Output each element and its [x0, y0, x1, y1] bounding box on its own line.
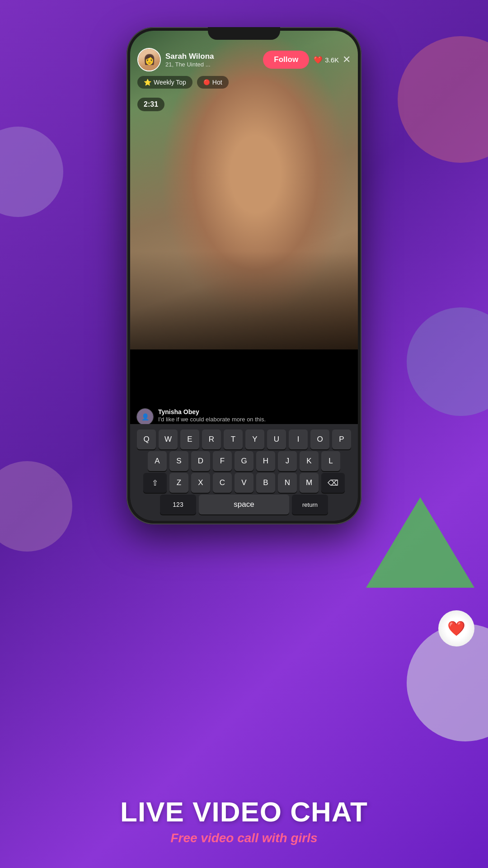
- key-w[interactable]: W: [159, 429, 178, 449]
- promo-section: LIVE VIDEO CHAT Free video call with gir…: [0, 714, 488, 868]
- hot-tag: 🔴 Hot: [197, 76, 229, 89]
- streamer-name: Sarah Wilona: [165, 52, 258, 61]
- key-shift[interactable]: ⇧: [143, 473, 167, 493]
- key-return[interactable]: return: [292, 495, 328, 514]
- key-v[interactable]: V: [235, 473, 253, 493]
- message-row: 👤 Tynisha Obey I'd like if we could elab…: [136, 408, 352, 425]
- likes-badge: ❤️ 3.6K: [314, 56, 339, 64]
- key-e[interactable]: E: [180, 429, 199, 449]
- phone-notch: [208, 27, 280, 40]
- msg-text-1: I'd like if we could elaborate more on t…: [158, 415, 266, 424]
- close-button[interactable]: ✕: [343, 54, 351, 66]
- phone-screen: 👩 Sarah Wilona 21, The Uinted ... Follow…: [130, 31, 358, 521]
- key-s[interactable]: S: [169, 451, 188, 471]
- top-bar: 👩 Sarah Wilona 21, The Uinted ... Follow…: [130, 43, 358, 76]
- key-q[interactable]: Q: [137, 429, 156, 449]
- key-z[interactable]: Z: [169, 473, 188, 493]
- bg-triangle: [366, 497, 474, 588]
- hot-icon: 🔴: [203, 79, 210, 85]
- streamer-avatar[interactable]: 👩: [137, 48, 161, 71]
- key-l[interactable]: L: [321, 451, 340, 471]
- key-i[interactable]: I: [289, 429, 308, 449]
- key-backspace[interactable]: ⌫: [321, 473, 345, 493]
- bg-decoration-3: [407, 307, 488, 416]
- key-x[interactable]: X: [191, 473, 210, 493]
- key-j[interactable]: J: [278, 451, 297, 471]
- key-n[interactable]: N: [278, 473, 297, 493]
- keyboard-row-4: 123 space return: [130, 495, 358, 514]
- promo-subtitle: Free video call with girls: [170, 831, 317, 845]
- weekly-top-label: Weekly Top: [154, 79, 186, 86]
- key-h[interactable]: H: [256, 451, 275, 471]
- key-r[interactable]: R: [202, 429, 221, 449]
- tags-row: ⭐ Weekly Top 🔴 Hot: [137, 76, 229, 89]
- heart-icon: ❤️: [314, 56, 323, 64]
- hot-label: Hot: [212, 79, 222, 86]
- key-f[interactable]: F: [213, 451, 232, 471]
- key-t[interactable]: T: [224, 429, 243, 449]
- key-g[interactable]: G: [235, 451, 253, 471]
- promo-title: LIVE VIDEO CHAT: [120, 797, 368, 827]
- star-icon: ⭐: [144, 79, 151, 86]
- bg-decoration-2: [398, 36, 488, 163]
- key-space[interactable]: space: [199, 495, 289, 514]
- key-d[interactable]: D: [191, 451, 210, 471]
- streamer-age: 21, The Uinted ...: [165, 61, 258, 68]
- keyboard-row-1: Q W E R T Y U I O P: [130, 429, 358, 449]
- user-info: Sarah Wilona 21, The Uinted ...: [165, 52, 258, 68]
- key-c[interactable]: C: [213, 473, 232, 493]
- key-m[interactable]: M: [300, 473, 319, 493]
- heart-button[interactable]: ❤️: [438, 610, 474, 646]
- key-numbers[interactable]: 123: [160, 495, 196, 514]
- keyboard-row-2: A S D F G H J K L: [130, 451, 358, 471]
- follow-button[interactable]: Follow: [263, 51, 309, 69]
- msg-avatar-1: 👤: [136, 408, 154, 425]
- key-k[interactable]: K: [300, 451, 319, 471]
- likes-count: 3.6K: [325, 56, 339, 64]
- weekly-top-tag: ⭐ Weekly Top: [137, 76, 192, 89]
- msg-name-1: Tynisha Obey: [158, 408, 266, 415]
- key-p[interactable]: P: [332, 429, 351, 449]
- key-o[interactable]: O: [310, 429, 329, 449]
- keyboard: Q W E R T Y U I O P A S D F G H J K: [130, 424, 358, 521]
- keyboard-row-3: ⇧ Z X C V B N M ⌫: [130, 473, 358, 493]
- timer-badge: 2:31: [137, 98, 164, 111]
- key-u[interactable]: U: [267, 429, 286, 449]
- key-y[interactable]: Y: [245, 429, 264, 449]
- bg-decoration-1: [0, 127, 63, 217]
- key-b[interactable]: B: [256, 473, 275, 493]
- key-a[interactable]: A: [148, 451, 167, 471]
- bg-decoration-4: [0, 461, 72, 552]
- phone-frame: 👩 Sarah Wilona 21, The Uinted ... Follow…: [127, 27, 361, 524]
